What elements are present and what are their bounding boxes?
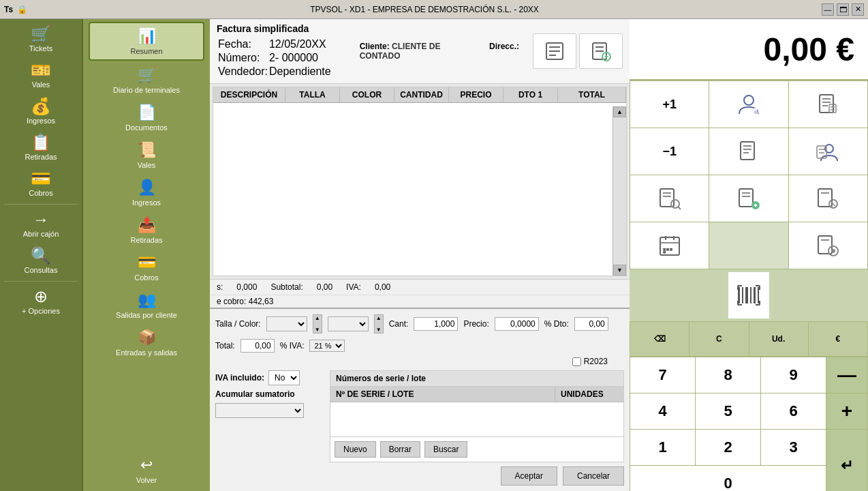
backspace-button[interactable]: ⌫ xyxy=(630,322,689,356)
iva-select[interactable]: 21 % xyxy=(309,340,345,352)
scan-button[interactable] xyxy=(728,272,769,318)
acumular-select-row xyxy=(215,403,324,418)
nuevo-button[interactable]: Nuevo xyxy=(335,441,376,458)
num-3[interactable]: 3 xyxy=(761,430,826,465)
iva-label: IVA: xyxy=(346,282,361,292)
acumular-label: Acumular sumatorio xyxy=(215,389,295,399)
num-5[interactable]: 5 xyxy=(696,393,760,429)
scroll-up[interactable]: ▲ xyxy=(613,106,626,117)
invoice-btn-1[interactable] xyxy=(533,33,576,69)
color-select[interactable] xyxy=(328,316,369,331)
nav-item-resumen[interactable]: 📊 Resumen xyxy=(89,22,204,61)
titlebar-controls: — 🗖 ✕ xyxy=(822,3,864,16)
nav-item-retiradas[interactable]: 📤 Retiradas xyxy=(89,212,204,248)
search-doc-button[interactable] xyxy=(630,175,709,222)
col-total: TOTAL xyxy=(558,87,626,102)
minimize-button[interactable]: — xyxy=(822,3,834,16)
plus-button[interactable]: + xyxy=(826,393,867,429)
num-8[interactable]: 8 xyxy=(696,357,760,393)
calendar-button[interactable]: ■■■■ xyxy=(630,222,709,269)
fecha-value: 12/05/20XX xyxy=(269,38,331,50)
cobro-label: e cobro: xyxy=(217,297,246,306)
sidebar-item-cobros[interactable]: 💳 Cobros xyxy=(3,166,78,201)
direcc-label: Direcc.: xyxy=(489,42,519,51)
ud-button[interactable]: Ud. xyxy=(749,322,808,356)
col-color: COLOR xyxy=(340,87,394,102)
sidebar-item-opciones[interactable]: ⊕ + Opciones xyxy=(3,284,78,319)
client-button[interactable]: ↺ xyxy=(709,81,788,128)
total-input[interactable]: 0,00 xyxy=(241,339,275,353)
nav-label-ingresos2: Ingresos xyxy=(132,198,161,207)
aceptar-button[interactable]: Aceptar xyxy=(501,466,557,486)
svg-rect-57 xyxy=(754,287,756,303)
sidebar-item-consultas[interactable]: 🔍 Consultas xyxy=(3,243,78,278)
col-precio: PRECIO xyxy=(449,87,503,102)
num-7[interactable]: 7 xyxy=(630,357,695,393)
direcc-block: Direcc.: xyxy=(489,42,519,61)
client-block: Cliente: CLIENTE DE CONTADO xyxy=(360,42,476,61)
precio-input[interactable]: 0,0000 xyxy=(495,317,539,331)
doc4-button[interactable] xyxy=(789,175,867,222)
num-9[interactable]: 9 xyxy=(761,357,826,393)
nav-item-vales[interactable]: 📜 Vales xyxy=(89,137,204,173)
plus1-button[interactable]: +1 xyxy=(630,81,709,128)
borrar-button[interactable]: Borrar xyxy=(380,441,420,458)
close-button[interactable]: ✕ xyxy=(852,3,864,16)
entradas-icon: 📦 xyxy=(138,329,156,346)
sidebar-label-retiradas: Retiradas xyxy=(25,153,57,161)
maximize-button[interactable]: 🗖 xyxy=(837,3,849,16)
dialog-buttons: Aceptar Cancelar xyxy=(215,466,624,486)
invoice-btn-2[interactable] xyxy=(579,33,623,69)
acumular-select[interactable] xyxy=(215,403,304,418)
euro-button[interactable]: € xyxy=(809,322,867,356)
doc5-button[interactable] xyxy=(789,222,867,269)
enter-button[interactable]: ↵ xyxy=(826,430,867,491)
svg-rect-20 xyxy=(741,142,754,160)
cancelar-button[interactable]: Cancelar xyxy=(563,466,624,486)
cant-input[interactable]: 1,000 xyxy=(414,317,458,331)
talla-select[interactable] xyxy=(266,316,307,331)
svg-rect-56 xyxy=(750,287,751,303)
scroll-down[interactable]: ▼ xyxy=(613,265,626,276)
minus1-button[interactable]: −1 xyxy=(630,128,709,175)
num-2[interactable]: 2 xyxy=(696,430,760,465)
add-row-button[interactable] xyxy=(709,175,788,222)
sidebar-item-vales[interactable]: 🎫 Vales xyxy=(3,58,78,93)
nav-item-ingresos[interactable]: 👤 Ingresos xyxy=(89,175,204,211)
nav-item-diario[interactable]: 🛒 Diario de terminales xyxy=(89,62,204,98)
sidebar-item-tickets[interactable]: 🛒 Tickets xyxy=(3,22,78,57)
col-descripcion: DESCRIPCIÓN xyxy=(213,87,285,102)
num-1[interactable]: 1 xyxy=(630,430,695,465)
sidebar-label-ingresos: Ingresos xyxy=(27,117,55,125)
minus-button[interactable]: — xyxy=(826,357,867,393)
sidebar-item-abrir-cajon[interactable]: → Abrir cajón xyxy=(3,207,78,242)
nav-item-cobros[interactable]: 💳 Cobros xyxy=(89,250,204,286)
titlebar-title: TPVSOL - XD1 - EMPRESA DE DEMOSTRACIÓN S… xyxy=(27,5,822,14)
serie-col2: UNIDADES xyxy=(555,387,623,402)
r2023-checkbox[interactable] xyxy=(572,357,581,366)
nav-item-documentos[interactable]: 📄 Documentos xyxy=(89,100,204,136)
nav-item-entradas[interactable]: 📦 Entradas y salidas xyxy=(89,325,204,361)
sidebar-item-ingresos[interactable]: 💰 Ingresos xyxy=(3,94,78,129)
doc3-button[interactable] xyxy=(789,128,867,175)
doc1-button[interactable] xyxy=(789,81,867,128)
sidebar-item-retiradas[interactable]: 📋 Retiradas xyxy=(3,130,78,165)
num-0[interactable]: 0 xyxy=(630,466,826,491)
nav-item-volver[interactable]: ↩ Volver xyxy=(89,452,204,488)
color-scroll[interactable]: ▲ ▼ xyxy=(374,314,384,333)
titlebar: Ts 🔒 TPVSOL - XD1 - EMPRESA DE DEMOSTRAC… xyxy=(0,0,868,19)
buscar-button[interactable]: Buscar xyxy=(424,441,467,458)
num-4[interactable]: 4 xyxy=(630,393,695,429)
num-6[interactable]: 6 xyxy=(761,393,826,429)
nav-item-salidas[interactable]: 👥 Salidas por cliente xyxy=(89,287,204,323)
resumen-icon: 📊 xyxy=(138,27,156,45)
clear-button[interactable]: C xyxy=(689,322,748,356)
numero-value: 2- 000000 xyxy=(269,52,331,64)
bottom-form: Talla / Color: ▲ ▼ ▲ ▼ xyxy=(210,308,630,491)
talla-scroll[interactable]: ▲ ▼ xyxy=(313,314,322,333)
doc2-button[interactable] xyxy=(709,128,788,175)
svg-rect-55 xyxy=(745,287,748,303)
iva-incluido-select[interactable]: No xyxy=(268,370,300,385)
tickets-icon: 🛒 xyxy=(31,26,51,42)
dto-input[interactable]: 0,00 xyxy=(574,317,608,331)
